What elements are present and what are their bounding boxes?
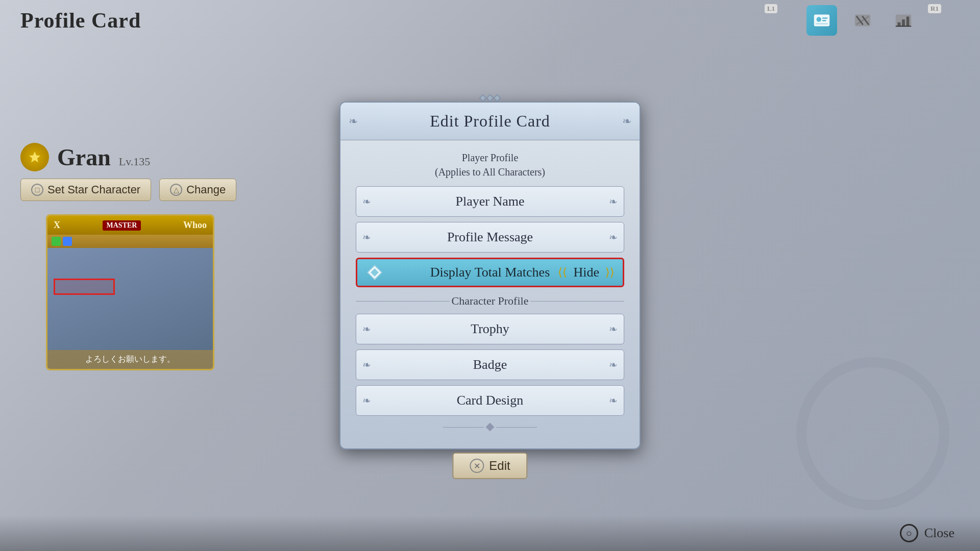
preview-character-image: Gran bbox=[47, 248, 213, 350]
l1-label: L1 bbox=[765, 4, 777, 13]
preview-header-text: X bbox=[54, 220, 60, 231]
nav-r1[interactable]: R1 bbox=[929, 5, 960, 36]
change-label: Change bbox=[186, 183, 226, 196]
trophy-label: Trophy bbox=[471, 321, 509, 337]
indicator-blue bbox=[63, 237, 72, 246]
ornament-line-right bbox=[496, 427, 537, 428]
nav-icons: L1 bbox=[766, 5, 960, 36]
profile-card-icon bbox=[812, 11, 831, 30]
ornament-diamond-center bbox=[486, 94, 494, 102]
star-icon bbox=[27, 149, 42, 165]
preview-char-art bbox=[47, 248, 213, 350]
x-circle-icon: ✕ bbox=[470, 459, 484, 473]
preview-message: よろしくお願いします。 bbox=[85, 355, 175, 363]
circle-button-icon: ○ bbox=[900, 524, 918, 542]
character-profile-label: Character Profile bbox=[452, 294, 529, 307]
set-star-character-button[interactable]: □ Set Star Character bbox=[20, 179, 151, 201]
dialog-bottom-ornament bbox=[356, 421, 624, 436]
dialog-body: Player Profile (Applies to All Character… bbox=[340, 140, 640, 448]
card-design-ornament-right: ❧ bbox=[609, 394, 618, 407]
card-design-ornament-left: ❧ bbox=[362, 394, 371, 407]
display-total-matches-row[interactable]: Display Total Matches ⟨⟨ Hide ⟩⟩ bbox=[356, 258, 624, 287]
profile-message-label: Profile Message bbox=[447, 230, 533, 245]
change-button[interactable]: △ Change bbox=[159, 179, 236, 201]
toggle-right-arrows: ⟩⟩ bbox=[605, 266, 615, 279]
character-profile-section: Character Profile bbox=[356, 294, 624, 308]
player-name-label: Player Name bbox=[455, 194, 524, 209]
dialog-title: Edit Profile Card bbox=[430, 112, 550, 130]
ornament-diamond-left bbox=[479, 94, 486, 102]
section-subtitle: Player Profile (Applies to All Character… bbox=[356, 151, 624, 179]
toggle-left-arrows: ⟨⟨ bbox=[558, 266, 567, 279]
svg-rect-12 bbox=[906, 16, 910, 26]
svg-point-1 bbox=[817, 17, 822, 22]
display-total-matches-label: Display Total Matches bbox=[430, 265, 550, 280]
profile-message-ornament-left: ❧ bbox=[362, 231, 371, 243]
char-name-group: Gran Lv.135 bbox=[57, 144, 150, 171]
svg-rect-11 bbox=[902, 19, 905, 26]
svg-marker-14 bbox=[29, 151, 41, 163]
profile-preview: X MASTER Whoo Gran よろしくお願いします。 bbox=[46, 214, 214, 370]
edit-button-container: ✕ Edit bbox=[452, 453, 527, 479]
page-title: Profile Card bbox=[20, 8, 141, 33]
rank-badge: MASTER bbox=[103, 220, 141, 231]
header-ornament-left: ❧ bbox=[349, 115, 358, 128]
badge-ornament-right: ❧ bbox=[609, 359, 618, 371]
top-bar: Profile Card L1 bbox=[0, 0, 980, 41]
edit-button-label: Edit bbox=[489, 459, 510, 473]
star-badge bbox=[20, 143, 49, 171]
trophy-ornament-right: ❧ bbox=[609, 323, 618, 335]
set-star-label: Set Star Character bbox=[47, 183, 140, 196]
character-info: Gran Lv.135 bbox=[20, 143, 150, 171]
player-name-row[interactable]: ❧ Player Name ❧ bbox=[356, 186, 624, 217]
r1-label: R1 bbox=[928, 4, 941, 13]
dialog-top-ornament bbox=[475, 93, 505, 103]
versus-icon bbox=[853, 11, 872, 30]
action-buttons: □ Set Star Character △ Change bbox=[20, 179, 236, 201]
character-level: Lv.135 bbox=[119, 155, 151, 168]
trophy-row[interactable]: ❧ Trophy ❧ bbox=[356, 314, 624, 344]
player-name-ornament-right: ❧ bbox=[609, 195, 618, 208]
tab-versus[interactable] bbox=[847, 5, 878, 36]
character-name: Gran bbox=[57, 144, 111, 170]
subtitle-line1: Player Profile bbox=[462, 152, 519, 163]
bottom-bar: ○ Close bbox=[0, 515, 980, 551]
preview-whoo: Whoo bbox=[183, 220, 207, 231]
nav-l1[interactable]: L1 bbox=[766, 5, 796, 36]
triangle-icon: △ bbox=[170, 184, 182, 196]
svg-rect-0 bbox=[814, 15, 829, 27]
svg-rect-10 bbox=[898, 22, 901, 27]
ranked-icon bbox=[894, 11, 913, 30]
ornament-diamond-right bbox=[494, 94, 501, 102]
decorative-swirl bbox=[796, 357, 949, 510]
badge-row[interactable]: ❧ Badge ❧ bbox=[356, 349, 624, 380]
header-ornament-right: ❧ bbox=[622, 115, 631, 128]
preview-header: X MASTER Whoo bbox=[47, 216, 213, 235]
edit-profile-dialog: ❧ Edit Profile Card ❧ Player Profile (Ap… bbox=[339, 102, 641, 449]
tab-ranked[interactable] bbox=[888, 5, 919, 36]
badge-ornament-left: ❧ bbox=[362, 359, 371, 371]
toggle-area: ⟨⟨ Hide ⟩⟩ bbox=[558, 265, 615, 280]
ornament-center-diamond bbox=[486, 423, 495, 432]
tab-profile-card[interactable] bbox=[806, 5, 837, 36]
svg-rect-3 bbox=[822, 20, 826, 21]
svg-rect-4 bbox=[816, 23, 828, 24]
svg-rect-2 bbox=[822, 17, 827, 18]
close-label: Close bbox=[924, 525, 954, 541]
indicator-green bbox=[52, 237, 61, 246]
profile-message-ornament-right: ❧ bbox=[609, 231, 618, 243]
diamond-selector-icon bbox=[365, 263, 384, 282]
trophy-ornament-left: ❧ bbox=[362, 323, 371, 335]
subtitle-line2: (Applies to All Characters) bbox=[435, 166, 545, 178]
card-design-row[interactable]: ❧ Card Design ❧ bbox=[356, 385, 624, 416]
ornament-line-left bbox=[443, 427, 484, 428]
player-name-ornament-left: ❧ bbox=[362, 195, 371, 208]
square-icon: □ bbox=[31, 184, 43, 196]
toggle-value: Hide bbox=[573, 265, 599, 280]
close-hint: ○ Close bbox=[900, 524, 954, 542]
preview-indicators bbox=[47, 235, 213, 248]
badge-label: Badge bbox=[473, 357, 507, 372]
profile-message-row[interactable]: ❧ Profile Message ❧ bbox=[356, 222, 624, 253]
red-highlight-rect bbox=[54, 279, 115, 295]
edit-button[interactable]: ✕ Edit bbox=[452, 453, 527, 479]
